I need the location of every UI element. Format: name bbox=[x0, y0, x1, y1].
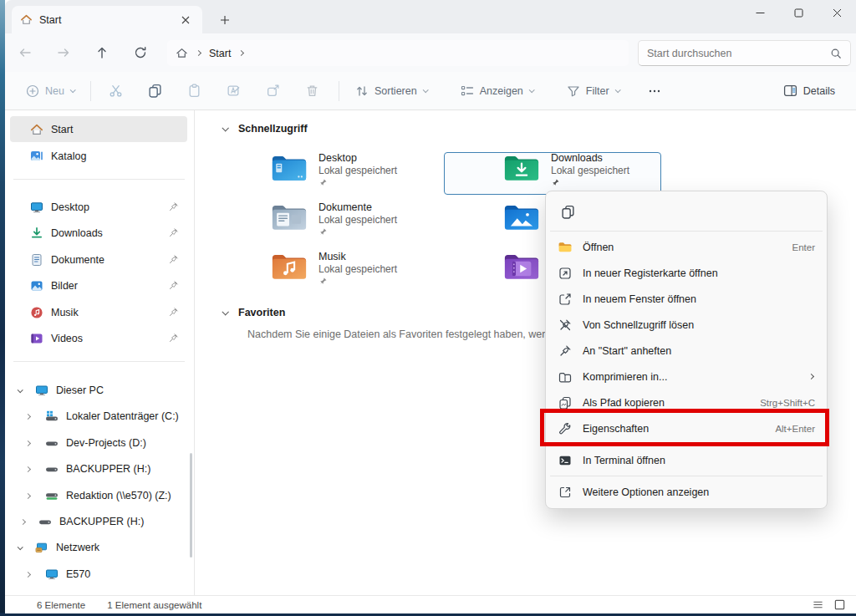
cut-button[interactable] bbox=[101, 77, 130, 105]
pin-icon bbox=[168, 307, 179, 318]
music-icon bbox=[30, 306, 43, 319]
more-options-icon[interactable] bbox=[640, 77, 669, 105]
menu-item-oeffnen[interactable]: Öffnen Enter bbox=[549, 234, 823, 260]
copy-icon[interactable] bbox=[554, 199, 581, 224]
up-icon[interactable] bbox=[89, 39, 115, 66]
search-input[interactable]: Start durchsuchen bbox=[638, 40, 851, 66]
tile-musik[interactable]: Musik Lokal gespeichert bbox=[272, 251, 397, 286]
sidebar-item-musik[interactable]: Musik bbox=[10, 299, 187, 325]
window-controls bbox=[741, 0, 856, 25]
share-button[interactable] bbox=[258, 77, 288, 105]
compress-zip-icon bbox=[558, 370, 572, 384]
details-view-icon[interactable] bbox=[809, 598, 826, 613]
forward-icon[interactable] bbox=[50, 39, 77, 66]
home-icon[interactable] bbox=[176, 47, 188, 59]
details-pane-button[interactable]: Details bbox=[776, 77, 843, 105]
pin-icon bbox=[168, 333, 179, 344]
tab-bar: Start bbox=[5, 0, 856, 33]
menu-item-label: Komprimieren in... bbox=[583, 371, 798, 383]
sidebar-item-backupper[interactable]: BACKUPPER (H:) bbox=[10, 508, 187, 534]
close-icon[interactable] bbox=[818, 0, 856, 25]
back-icon[interactable] bbox=[12, 39, 38, 66]
sidebar-item-label: Netzwerk bbox=[56, 542, 99, 553]
large-icons-view-icon[interactable] bbox=[831, 598, 848, 613]
sidebar-item-drive-h[interactable]: BACKUPPER (H:) bbox=[10, 456, 187, 481]
sidebar-scrollbar[interactable] bbox=[190, 453, 192, 557]
section-schnellzugriff[interactable]: Schnellzugriff bbox=[222, 123, 308, 135]
tab-title: Start bbox=[39, 14, 171, 26]
sort-button[interactable]: Sortieren bbox=[348, 77, 435, 105]
maximize-icon[interactable] bbox=[779, 0, 818, 25]
sidebar-item-label: Musik bbox=[51, 307, 79, 318]
view-button[interactable]: Anzeigen bbox=[453, 77, 541, 105]
sidebar-item-label: BACKUPPER (H:) bbox=[59, 516, 144, 527]
desktop-icon bbox=[30, 201, 43, 214]
tab-close-icon[interactable] bbox=[177, 12, 194, 28]
tile-videos[interactable] bbox=[504, 251, 539, 281]
chevron-down-icon[interactable] bbox=[222, 308, 228, 315]
tile-downloads[interactable]: Downloads Lokal gespeichert bbox=[504, 152, 629, 187]
search-placeholder: Start durchsuchen bbox=[647, 48, 830, 59]
menu-item-als-pfad-kopieren[interactable]: Als Pfad kopieren Strg+Shift+C bbox=[549, 389, 823, 415]
pin-icon bbox=[318, 277, 397, 286]
new-tab-icon[interactable] bbox=[214, 9, 236, 31]
menu-item-label: In neuem Fenster öffnen bbox=[583, 293, 815, 305]
search-icon[interactable] bbox=[830, 48, 842, 59]
home-icon bbox=[20, 13, 33, 26]
chevron-down-icon[interactable] bbox=[222, 125, 228, 131]
details-button-label: Details bbox=[803, 85, 835, 97]
breadcrumb[interactable]: Start bbox=[167, 40, 629, 66]
sidebar-item-dieser-pc[interactable]: Dieser PC bbox=[10, 377, 187, 403]
sidebar-item-netzwerk[interactable]: Netzwerk bbox=[10, 534, 187, 560]
sidebar-item-videos[interactable]: Videos bbox=[10, 325, 187, 351]
sidebar-item-start[interactable]: Start bbox=[10, 116, 187, 142]
refresh-icon[interactable] bbox=[127, 39, 154, 66]
network-icon bbox=[35, 541, 48, 554]
menu-item-eigenschaften[interactable]: Eigenschaften Alt+Enter bbox=[549, 415, 823, 441]
sidebar-item-katalog[interactable]: Katalog bbox=[10, 143, 187, 169]
chevron-right-icon[interactable] bbox=[238, 50, 244, 56]
menu-item-schnellzugriff-loesen[interactable]: Von Schnellzugriff lösen bbox=[549, 312, 823, 338]
sidebar-item-bilder[interactable]: Bilder bbox=[10, 272, 187, 298]
sidebar-item-label: Bilder bbox=[51, 280, 78, 292]
paste-button[interactable] bbox=[180, 77, 209, 105]
rename-button[interactable] bbox=[219, 77, 248, 105]
copy-button[interactable] bbox=[140, 77, 170, 105]
toolbar-separator bbox=[90, 81, 91, 101]
menu-item-neues-fenster[interactable]: In neuem Fenster öffnen bbox=[549, 286, 823, 312]
section-favoriten[interactable]: Favoriten bbox=[222, 307, 285, 318]
minimize-icon[interactable] bbox=[741, 0, 779, 25]
tile-subtitle: Lokal gespeichert bbox=[551, 165, 629, 177]
delete-button[interactable] bbox=[298, 77, 327, 105]
menu-item-shortcut: Alt+Enter bbox=[775, 424, 815, 434]
menu-item-neue-registerkarte[interactable]: In neuer Registerkarte öffnen bbox=[549, 260, 823, 286]
chevron-down-icon bbox=[614, 87, 620, 93]
breadcrumb-item[interactable]: Start bbox=[209, 48, 231, 59]
menu-item-komprimieren[interactable]: Komprimieren in... bbox=[549, 364, 823, 389]
sidebar-item-downloads[interactable]: Downloads bbox=[10, 220, 187, 246]
toolbar-separator bbox=[339, 81, 339, 101]
tile-bilder[interactable] bbox=[504, 201, 539, 232]
tile-desktop[interactable]: Desktop Lokal gespeichert bbox=[272, 152, 397, 187]
menu-item-weitere-optionen[interactable]: Weitere Optionen anzeigen bbox=[549, 479, 823, 505]
menu-item-in-terminal-oeffnen[interactable]: In Terminal öffnen bbox=[549, 447, 823, 473]
tile-subtitle: Lokal gespeichert bbox=[318, 165, 397, 177]
sidebar-item-drive-d[interactable]: Dev-Projects (D:) bbox=[10, 430, 187, 456]
pictures-icon bbox=[30, 279, 43, 293]
menu-item-an-start-anheften[interactable]: An "Start" anheften bbox=[549, 338, 823, 364]
network-drive-icon bbox=[45, 489, 59, 502]
tab-start[interactable]: Start bbox=[12, 6, 202, 33]
sidebar-item-desktop[interactable]: Desktop bbox=[10, 194, 187, 220]
sidebar-item-dokumente[interactable]: Dokumente bbox=[10, 247, 187, 272]
menu-item-label: Eigenschaften bbox=[583, 423, 764, 435]
sidebar-item-drive-z[interactable]: Redaktion (\\e570) (Z:) bbox=[10, 482, 187, 508]
sidebar-item-label: Start bbox=[51, 124, 73, 135]
filter-button[interactable]: Filter bbox=[559, 77, 627, 105]
sidebar-item-label: Redaktion (\\e570) (Z:) bbox=[66, 490, 171, 501]
sidebar-item-e570[interactable]: E570 bbox=[10, 561, 187, 587]
new-button[interactable]: Neu bbox=[18, 77, 82, 105]
item-count: 6 Elemente bbox=[37, 600, 85, 610]
tile-dokumente[interactable]: Dokumente Lokal gespeichert bbox=[272, 201, 397, 237]
sidebar-item-label: E570 bbox=[66, 568, 90, 580]
sidebar-item-drive-c[interactable]: Lokaler Datenträger (C:) bbox=[10, 403, 187, 429]
